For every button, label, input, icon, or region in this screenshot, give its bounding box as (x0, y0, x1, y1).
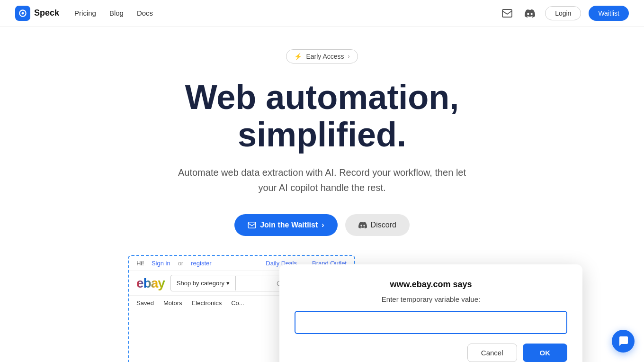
dialog-buttons: Cancel OK (295, 344, 567, 362)
early-access-badge[interactable]: ⚡ Early Access › (286, 49, 358, 63)
join-waitlist-button[interactable]: Join the Waitlist › (234, 214, 337, 236)
badge-icon: ⚡ (294, 53, 302, 60)
ebay-register[interactable]: register (191, 260, 211, 267)
dialog-box: www.ebay.com says Enter temporary variab… (279, 264, 582, 362)
dialog-site-text: www.ebay.com says (295, 280, 567, 290)
logo-text: Speck (34, 8, 59, 18)
envelope-icon (248, 222, 256, 228)
login-button[interactable]: Login (545, 6, 581, 20)
chat-bubble-button[interactable] (612, 330, 635, 353)
chevron-down-icon: ▾ (226, 280, 230, 287)
ebay-logo: ebay (136, 276, 165, 291)
hero-buttons: Join the Waitlist › Discord (234, 214, 410, 236)
ebay-cat-saved[interactable]: Saved (136, 299, 154, 307)
discord-button[interactable]: Discord (345, 214, 410, 236)
nav-left: Speck Pricing Blog Docs (15, 6, 153, 21)
discord-icon[interactable] (522, 6, 537, 21)
dialog-input[interactable] (295, 311, 567, 334)
email-icon[interactable] (500, 6, 515, 21)
discord-btn-icon (358, 222, 367, 228)
nav-pricing[interactable]: Pricing (74, 9, 96, 17)
ebay-or: or (178, 260, 184, 267)
dialog-label-text: Enter temporary variable value: (295, 295, 567, 303)
dialog-cancel-button[interactable]: Cancel (467, 344, 517, 362)
ebay-cat-more[interactable]: Co... (231, 299, 244, 307)
dialog-ok-button[interactable]: OK (523, 344, 568, 362)
chat-icon (617, 335, 629, 347)
nav-right: Login Waitlist (500, 6, 629, 21)
svg-rect-3 (248, 222, 256, 228)
hero-section: ⚡ Early Access › Web automation, simplif… (0, 27, 644, 362)
nav-docs[interactable]: Docs (137, 9, 153, 17)
ebay-hi-text: Hi! (136, 260, 144, 267)
badge-text: Early Access (306, 53, 344, 60)
waitlist-nav-button[interactable]: Waitlist (589, 6, 629, 21)
nav-links: Pricing Blog Docs (74, 9, 153, 17)
arrow-icon: › (322, 221, 324, 229)
nav-blog[interactable]: Blog (109, 9, 124, 17)
logo-link[interactable]: Speck (15, 6, 59, 21)
svg-rect-2 (502, 9, 512, 17)
hero-subtitle: Automate web data extraction with AI. Re… (175, 165, 469, 195)
badge-chevron-icon: › (348, 53, 350, 60)
svg-point-1 (22, 12, 24, 14)
shop-by-category[interactable]: Shop by category ▾ (171, 276, 236, 290)
demo-area: Hi! Sign in or register Daily Deals Bran… (62, 255, 582, 362)
hero-title: Web automation, simplified. (109, 79, 535, 154)
logo-icon (15, 6, 30, 21)
ebay-cat-electronics[interactable]: Electronics (192, 299, 222, 307)
ebay-sign-in[interactable]: Sign in (152, 260, 170, 267)
navbar: Speck Pricing Blog Docs Login Waitlist (0, 0, 644, 27)
ebay-cat-motors[interactable]: Motors (163, 299, 182, 307)
